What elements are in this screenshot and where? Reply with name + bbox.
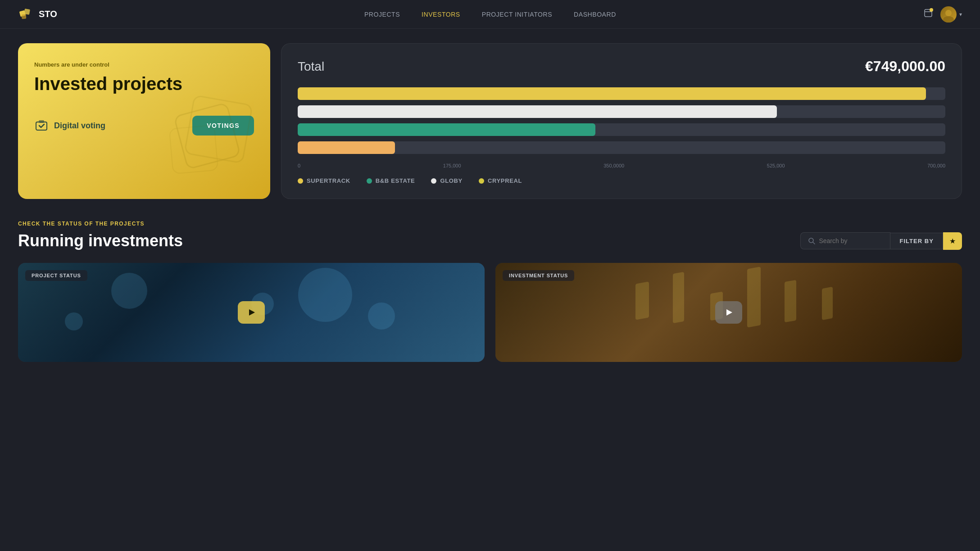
avatar — [940, 6, 957, 23]
video-card-2: INVESTMENT STATUS — [495, 263, 962, 362]
hero-card: Numbers are under control Invested proje… — [18, 43, 270, 199]
svg-rect-9 — [169, 125, 218, 174]
play-icon-1 — [247, 308, 256, 317]
chart-axis: 0 175,000 350,0000 525,000 700,000 — [298, 163, 945, 168]
nav-link-project-initiators[interactable]: PROJECT INITIATORS — [482, 11, 552, 18]
user-menu[interactable]: ▾ — [940, 6, 962, 23]
bar-fill-crypreal — [298, 87, 926, 100]
play-button-1[interactable] — [238, 301, 265, 324]
section-header: Running investments FILTER BY ★ — [18, 231, 962, 250]
bar-fill-bbestate — [298, 123, 595, 136]
legend-globy: Globy — [431, 177, 462, 184]
top-section: Numbers are under control Invested proje… — [18, 43, 962, 199]
search-filter-row: FILTER BY ★ — [800, 232, 962, 250]
nav-right: ▾ — [923, 6, 962, 23]
nav-item-investors[interactable]: INVESTORS — [422, 10, 460, 18]
chevron-down-icon: ▾ — [959, 11, 962, 18]
nav-item-dashboard[interactable]: DASHBOARD — [574, 10, 616, 18]
search-input[interactable] — [819, 237, 882, 244]
chart-legend: SUPERTRACK B&B estate Globy Crypreal — [298, 177, 945, 184]
logo[interactable]: STO — [18, 6, 57, 23]
voting-text: Digital voting — [54, 121, 105, 131]
axis-0: 0 — [298, 163, 300, 168]
nav-link-dashboard[interactable]: DASHBOARD — [574, 11, 616, 18]
section-label: CHECK THE STATUS OF THE PROJECTS — [18, 221, 962, 227]
legend-dot-bbestate — [367, 178, 372, 184]
legend-label-bbestate: B&B estate — [376, 177, 415, 184]
svg-rect-1 — [24, 9, 30, 15]
bar-supertrack — [298, 141, 945, 154]
legend-crypreal: Crypreal — [479, 177, 522, 184]
svg-rect-2 — [22, 14, 27, 19]
legend-label-crypreal: Crypreal — [488, 177, 522, 184]
nav-item-projects[interactable]: PROJECTS — [364, 10, 400, 18]
legend-bbestate: B&B estate — [367, 177, 415, 184]
navbar: STO PROJECTS INVESTORS PROJECT INITIATOR… — [0, 0, 980, 29]
voting-icon — [34, 118, 49, 133]
axis-525: 525,000 — [767, 163, 785, 168]
svg-rect-10 — [36, 122, 47, 130]
bar-crypreal — [298, 87, 945, 100]
bar-fill-globy — [298, 105, 777, 118]
svg-rect-11 — [39, 120, 44, 123]
video-badge-1: PROJECT STATUS — [25, 270, 87, 281]
axis-700: 700,000 — [927, 163, 945, 168]
svg-marker-14 — [249, 309, 255, 316]
notification-dot — [930, 8, 933, 12]
legend-dot-globy — [431, 178, 436, 184]
digital-voting-label: Digital voting — [34, 118, 105, 133]
brand-name: STO — [39, 9, 57, 19]
chart-total: €749,000.00 — [865, 58, 945, 75]
axis-175: 175,000 — [443, 163, 461, 168]
section-title: Running investments — [18, 231, 183, 250]
legend-dot-supertrack — [298, 178, 303, 184]
filter-button[interactable]: FILTER BY — [890, 233, 943, 249]
bar-bbestate — [298, 123, 945, 136]
svg-line-13 — [813, 242, 815, 244]
nav-link-investors[interactable]: INVESTORS — [422, 11, 460, 18]
video-card-1: PROJECT STATUS — [18, 263, 485, 362]
legend-dot-crypreal — [479, 178, 484, 184]
legend-supertrack: SUPERTRACK — [298, 177, 350, 184]
chart-title: Total — [298, 59, 324, 74]
bar-chart — [298, 87, 945, 154]
bar-fill-supertrack — [298, 141, 395, 154]
search-icon — [808, 237, 815, 244]
nav-item-project-initiators[interactable]: PROJECT INITIATORS — [482, 10, 552, 18]
svg-point-6 — [943, 16, 954, 23]
chart-card: Total €749,000.00 0 175,000 — [281, 43, 962, 199]
axis-350: 350,0000 — [603, 163, 624, 168]
nav-links: PROJECTS INVESTORS PROJECT INITIATORS DA… — [364, 10, 616, 18]
video-grid: PROJECT STATUS INVESTMENT — [18, 263, 962, 362]
svg-rect-7 — [174, 103, 240, 169]
svg-marker-15 — [726, 309, 732, 316]
notification-button[interactable] — [923, 8, 933, 20]
star-button[interactable]: ★ — [943, 232, 962, 250]
play-icon-2 — [724, 308, 733, 317]
svg-point-5 — [945, 10, 952, 16]
hero-subtitle: Numbers are under control — [34, 61, 254, 68]
avatar-image — [940, 6, 957, 23]
search-box[interactable] — [800, 232, 890, 249]
chart-header: Total €749,000.00 — [298, 58, 945, 75]
video-badge-2: INVESTMENT STATUS — [503, 270, 574, 281]
logo-icon — [18, 6, 34, 23]
hero-bg-decoration — [162, 91, 270, 199]
bar-globy — [298, 105, 945, 118]
play-button-2[interactable] — [715, 301, 742, 324]
nav-link-projects[interactable]: PROJECTS — [364, 11, 400, 18]
main-content: Numbers are under control Invested proje… — [0, 29, 980, 376]
legend-label-supertrack: SUPERTRACK — [307, 177, 350, 184]
legend-label-globy: Globy — [440, 177, 462, 184]
